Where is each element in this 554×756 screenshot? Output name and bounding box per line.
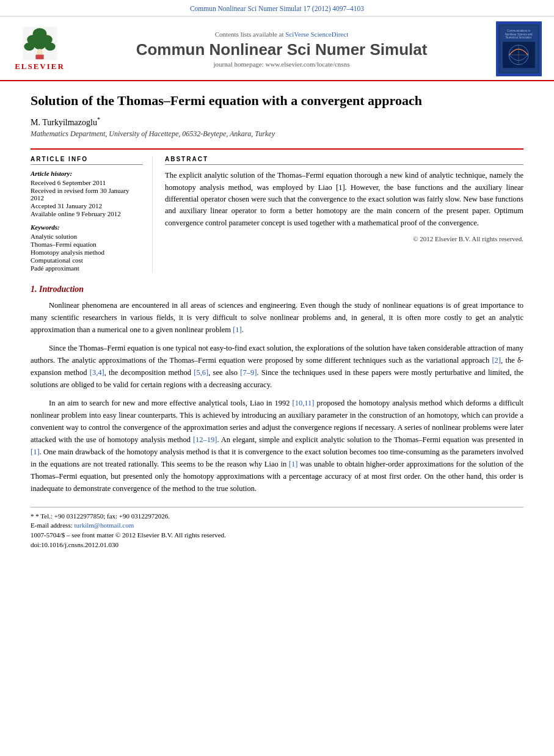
main-content: Solution of the Thomas–Fermi equation wi…	[0, 81, 554, 561]
journal-citation-link[interactable]: Commun Nonlinear Sci Numer Simulat 17 (2…	[190, 5, 364, 12]
sciverse-link[interactable]: SciVerse ScienceDirect	[285, 31, 348, 38]
abstract-column: ABSTRACT The explicit analytic solution …	[165, 156, 523, 272]
author-text: M. Turkyilmazoglu	[31, 117, 97, 126]
keywords-label: Keywords:	[31, 224, 143, 231]
ref-1[interactable]: [1]	[233, 325, 242, 334]
journal-header: ELSEVIER Contents lists available at Sci…	[0, 16, 554, 81]
ref-5-6[interactable]: [5,6]	[194, 368, 208, 377]
email-link[interactable]: turkilm@hotmail.com	[74, 522, 134, 529]
svg-text:Nonlinear Science and: Nonlinear Science and	[505, 33, 533, 36]
copyright-line: 1007-5704/$ – see front matter © 2012 El…	[31, 531, 523, 539]
article-info-column: ARTICLE INFO Article history: Received 6…	[31, 156, 153, 272]
ref-12-19[interactable]: [12–19]	[193, 435, 217, 444]
journal-title: Commun Nonlinear Sci Numer Simulat	[67, 40, 496, 59]
doi-line: doi:10.1016/j.cnsns.2012.01.030	[31, 541, 523, 548]
article-history: Article history: Received 6 September 20…	[31, 170, 143, 217]
intro-paragraph-2: Since the Thomas–Fermi equation is one t…	[31, 342, 523, 391]
elsevier-brand-text: ELSEVIER	[15, 62, 65, 71]
history-label: Article history:	[31, 170, 143, 177]
accepted-date: Accepted 31 January 2012	[31, 202, 143, 209]
author-name: M. Turkyilmazoglu*	[31, 116, 523, 128]
svg-text:Communications in: Communications in	[507, 29, 530, 32]
ref-7-9[interactable]: [7–9]	[240, 368, 257, 377]
elsevier-logo: ELSEVIER	[12, 27, 67, 71]
keyword-2: Thomas–Fermi equation	[31, 241, 143, 248]
ref-10-11[interactable]: [10,11]	[293, 399, 315, 407]
abstract-copyright: © 2012 Elsevier B.V. All rights reserved…	[165, 235, 523, 242]
ref-2[interactable]: [2]	[492, 356, 501, 365]
available-online-date: Available online 9 February 2012	[31, 210, 143, 217]
ref-3-4[interactable]: [3,4]	[90, 368, 104, 377]
email-label: E-mail address:	[31, 522, 73, 529]
section-1-title: 1. Introduction	[31, 285, 523, 294]
author-affiliation: Mathematics Department, University of Ha…	[31, 129, 523, 139]
received-date: Received 6 September 2011	[31, 179, 143, 186]
footnote-email-line: E-mail address: turkilm@hotmail.com	[31, 522, 523, 529]
abstract-header: ABSTRACT	[165, 156, 523, 165]
one-text: One	[43, 448, 56, 456]
footnote-star: *	[31, 512, 35, 520]
journal-center: Contents lists available at SciVerse Sci…	[67, 31, 496, 68]
intro-paragraph-1: Nonlinear phenomena are encountered in a…	[31, 299, 523, 336]
elsevier-tree-icon	[21, 27, 58, 60]
ref-1b[interactable]: [1]	[31, 448, 40, 456]
svg-point-5	[34, 38, 46, 49]
svg-text:Numerical Simulation: Numerical Simulation	[506, 36, 532, 39]
article-title: Solution of the Thomas–Fermi equation wi…	[31, 92, 523, 110]
keywords-section: Keywords: Analytic solution Thomas–Fermi…	[31, 224, 143, 272]
footnote-tel: * Tel.: +90 03122977850; fax: +90 031229…	[35, 512, 170, 520]
keyword-5: Padé approximant	[31, 264, 143, 272]
sciverse-link-line: Contents lists available at SciVerse Sci…	[67, 31, 496, 38]
ref-1c[interactable]: [1]	[289, 460, 298, 468]
homepage-url: www.elsevier.com/locate/cnsns	[265, 60, 349, 68]
footnote-contact: * * Tel.: +90 03122977850; fax: +90 0312…	[31, 512, 523, 520]
article-info-header: ARTICLE INFO	[31, 156, 143, 165]
contents-text: Contents lists available at	[215, 31, 284, 38]
svg-point-6	[45, 42, 56, 50]
journal-homepage: journal homepage: www.elsevier.com/locat…	[67, 60, 496, 68]
abstract-text: The explicit analytic solution of the Th…	[165, 170, 523, 229]
section-heading: Introduction	[39, 285, 84, 294]
section-number: 1.	[31, 285, 37, 294]
top-bar: Commun Nonlinear Sci Numer Simulat 17 (2…	[0, 0, 554, 16]
homepage-label: journal homepage:	[214, 60, 264, 68]
article-info-abstract-row: ARTICLE INFO Article history: Received 6…	[31, 148, 523, 272]
svg-rect-9	[35, 54, 43, 59]
revised-date: Received in revised form 30 January 2012	[31, 187, 143, 202]
keyword-4: Computational cost	[31, 256, 143, 264]
intro-paragraph-3: In an aim to search for new and more eff…	[31, 397, 523, 495]
footnote-area: * * Tel.: +90 03122977850; fax: +90 0312…	[31, 507, 523, 529]
journal-cover-image: Communications in Nonlinear Science and …	[496, 21, 542, 76]
svg-point-4	[24, 42, 34, 50]
keyword-1: Analytic solution	[31, 233, 143, 240]
keyword-3: Homotopy analysis method	[31, 249, 143, 256]
author-footnote-mark: *	[97, 116, 100, 123]
